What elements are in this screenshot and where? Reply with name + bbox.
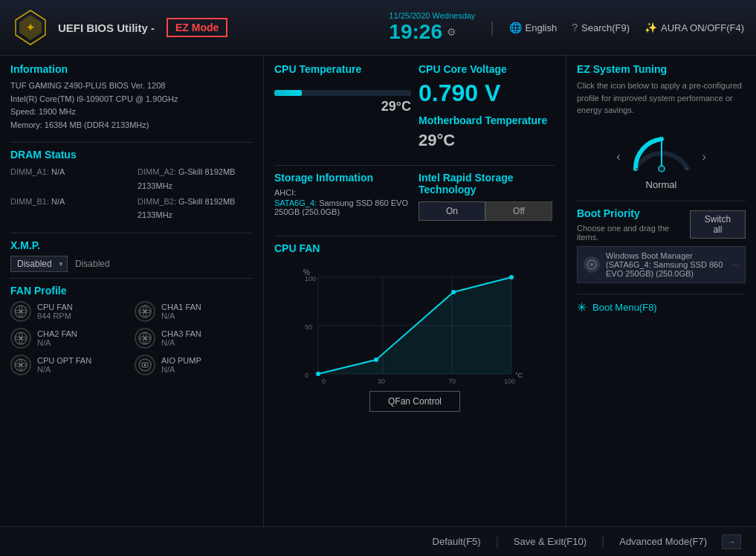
left-panel: Information TUF GAMING Z490-PLUS BIOS Ve…	[0, 56, 264, 526]
cpu-temp-title: CPU Temperature	[274, 63, 411, 75]
fan-icon-cha1	[135, 301, 155, 322]
aura-icon: ✨	[644, 22, 657, 33]
svg-point-33	[659, 166, 665, 172]
fan-grid: CPU FAN 844 RPM	[10, 301, 253, 375]
sep1	[10, 142, 253, 143]
info-line1: TUF GAMING Z490-PLUS BIOS Ver. 1208	[10, 80, 253, 93]
svg-text:✦: ✦	[26, 22, 35, 33]
dram-title: DRAM Status	[10, 149, 253, 161]
boot-priority-title-area: Boot Priority Choose one and drag the it…	[577, 207, 690, 242]
temp-bar-area: 29°C	[274, 90, 411, 114]
mb-temp-section: Motherboard Temperature 29°C	[419, 114, 555, 150]
gauge-mode-label: Normal	[646, 179, 677, 190]
sep-right1	[577, 201, 746, 201]
gear-icon[interactable]: ⚙	[447, 26, 456, 38]
qfan-btn-container: QFan Control	[274, 391, 555, 412]
mb-temp-value: 29°C	[419, 131, 555, 150]
fan-name-cpu: CPU FAN	[37, 303, 73, 311]
rst-btn-off[interactable]: Off	[485, 201, 552, 221]
fan-rpm-cha1: N/A	[161, 311, 201, 320]
temp-bar-fill	[274, 90, 302, 96]
dram-value-b1: N/A	[51, 197, 65, 206]
header-right: 11/25/2020 Wednesday 19:26 ⚙ | 🌐 English…	[389, 11, 744, 44]
boot-priority-title: Boot Priority	[577, 207, 690, 219]
dram-label-b2: DIMM_B2:	[138, 197, 178, 206]
aura-button[interactable]: ✨ AURA ON/OFF(F4)	[644, 22, 744, 33]
cpu-fan-chart-svg: % 100 50 0 0 30 70 100 °C	[297, 266, 533, 385]
fan-profile-title: FAN Profile	[10, 285, 253, 297]
switch-all-button[interactable]: Switch all	[690, 210, 746, 239]
fan-profile-section: FAN Profile CP	[10, 285, 253, 375]
advanced-mode-button[interactable]: Advanced Mode(F7)	[619, 536, 707, 547]
voltage-value: 0.790 V	[419, 80, 555, 107]
save-exit-button[interactable]: Save & Exit(F10)	[514, 536, 587, 547]
storage-type: AHCI:	[274, 188, 411, 197]
fan-item-cha1: CHA1 FAN N/A	[135, 301, 253, 322]
default-button[interactable]: Default(F5)	[433, 536, 481, 547]
question-icon: ?	[572, 22, 578, 33]
fan-info-cpuopt: CPU OPT FAN N/A	[37, 356, 91, 374]
info-line2: Intel(R) Core(TM) i9-10900T CPU @ 1.90GH…	[10, 93, 253, 106]
svg-text:100: 100	[305, 275, 316, 282]
voltage-mb-section: CPU Core Voltage 0.790 V Motherboard Tem…	[419, 63, 555, 158]
main-content: Information TUF GAMING Z490-PLUS BIOS Ve…	[0, 56, 756, 526]
ez-tuning-title: EZ System Tuning	[577, 63, 746, 75]
header-divider: |	[490, 19, 494, 36]
cpu-temp-value: 29°C	[381, 99, 411, 114]
chart-point-1	[374, 358, 378, 362]
rst-title: Intel Rapid Storage Technology	[419, 172, 555, 195]
dram-slot-b2: DIMM_B2: G-Skill 8192MB 2133MHz	[138, 195, 253, 222]
info-line3: Speed: 1900 MHz	[10, 106, 253, 119]
rst-btn-on[interactable]: On	[419, 201, 485, 221]
storage-title: Storage Information	[274, 172, 411, 184]
ez-mode-badge[interactable]: EZ Mode	[167, 18, 227, 37]
svg-text:°C: °C	[515, 372, 523, 379]
header-time: 19:26	[389, 20, 442, 44]
info-line4: Memory: 16384 MB (DDR4 2133MHz)	[10, 119, 253, 132]
fan-item-cha3: CHA3 FAN N/A	[135, 328, 253, 349]
svg-point-37	[590, 263, 593, 266]
gauge-prev-button[interactable]: ‹	[616, 150, 620, 164]
xmp-select-wrapper[interactable]: Disabled Profile 1 Profile 2	[10, 256, 68, 272]
boot-item-text-1: Windows Boot Manager (SATA6G_4: Samsung …	[606, 251, 726, 278]
fan-rpm-cpu: 844 RPM	[37, 311, 73, 320]
header: ✦ UEFI BIOS Utility - EZ Mode 11/25/2020…	[0, 0, 756, 56]
fan-name-cha1: CHA1 FAN	[161, 303, 201, 311]
storage-device: SATA6G_4: Samsung SSD 860 EVO 250GB (250…	[274, 198, 411, 216]
sep-center2	[274, 236, 555, 236]
chart-point-3	[509, 275, 514, 279]
header-title: UEFI BIOS Utility -	[58, 22, 155, 34]
ez-tuning-section: EZ System Tuning Click the icon below to…	[577, 63, 746, 190]
gauge-next-button[interactable]: ›	[702, 150, 706, 164]
xmp-row: Disabled Profile 1 Profile 2 Disabled	[10, 256, 253, 272]
sep-right2	[577, 294, 746, 294]
search-button[interactable]: ? Search(F9)	[572, 22, 630, 33]
xmp-section: X.M.P. Disabled Profile 1 Profile 2 Disa…	[10, 239, 253, 272]
center-top-grid: CPU Temperature 29°C CPU Core Voltage 0.…	[274, 63, 555, 158]
boot-item-1[interactable]: Windows Boot Manager (SATA6G_4: Samsung …	[577, 246, 746, 283]
svg-text:30: 30	[378, 378, 385, 385]
fan-icon-cpu	[10, 301, 31, 322]
globe-icon: 🌐	[509, 22, 522, 33]
xmp-select[interactable]: Disabled Profile 1 Profile 2	[10, 256, 68, 272]
dram-grid: DIMM_A1: N/A DIMM_A2: G-Skill 8192MB 213…	[10, 165, 253, 222]
qfan-control-button[interactable]: QFan Control	[369, 391, 460, 412]
dram-slot-a2: DIMM_A2: G-Skill 8192MB 2133MHz	[138, 165, 253, 193]
language-selector[interactable]: 🌐 English	[509, 22, 558, 33]
fan-icon-cha3	[135, 328, 155, 349]
storage-ahci: AHCI:	[274, 188, 296, 197]
boot-priority-header: Boot Priority Choose one and drag the it…	[577, 207, 746, 242]
dram-section: DRAM Status DIMM_A1: N/A DIMM_A2: G-Skil…	[10, 149, 253, 222]
cpu-temp-section: CPU Temperature 29°C	[274, 63, 411, 150]
xmp-title: X.M.P.	[10, 239, 253, 251]
ez-tuning-description: Click the icon below to apply a pre-conf…	[577, 80, 746, 117]
boot-menu-icon: ✳	[577, 300, 587, 314]
boot-menu-section[interactable]: ✳ Boot Menu(F8)	[577, 300, 746, 314]
footer-arrow-button[interactable]: →	[722, 534, 741, 549]
cpu-fan-section: CPU FAN % 100 50 0 0 30 70 100 °C	[274, 242, 555, 412]
gauge-svg[interactable]	[628, 124, 695, 176]
footer-div2: |	[601, 535, 604, 549]
header-date: 11/25/2020 Wednesday	[389, 11, 475, 20]
cpu-temp-value-container: 29°C	[274, 99, 411, 114]
svg-text:0: 0	[305, 372, 308, 379]
